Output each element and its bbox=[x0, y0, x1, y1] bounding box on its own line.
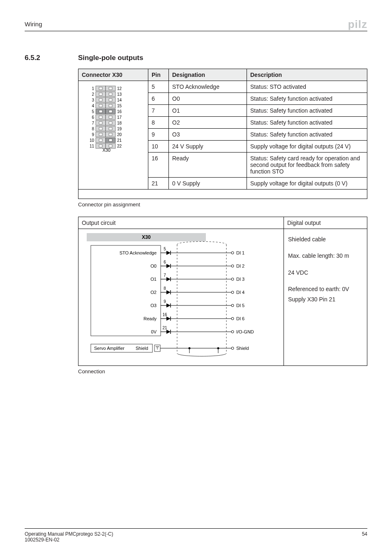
svg-point-109 bbox=[231, 317, 234, 320]
th-designation: Designation bbox=[169, 69, 247, 81]
designation-cell: O0 bbox=[169, 93, 247, 105]
pin-cell: 10 bbox=[148, 141, 169, 153]
svg-rect-34 bbox=[109, 116, 112, 118]
svg-text:13: 13 bbox=[117, 92, 122, 97]
svg-text:I/O-GND: I/O-GND bbox=[236, 329, 254, 334]
designation-cell: Ready bbox=[169, 153, 247, 178]
svg-text:O0: O0 bbox=[150, 264, 157, 268]
pin-cell: 8 bbox=[148, 117, 169, 129]
svg-text:7: 7 bbox=[164, 273, 166, 278]
svg-rect-2 bbox=[99, 87, 102, 90]
description-cell: Status: Safety function activated bbox=[247, 93, 367, 105]
do-supply-pin: Supply X30 Pin 21 bbox=[288, 295, 363, 304]
do-ref-earth: Referenced to earth: 0V bbox=[288, 284, 363, 294]
pin-assignment-table: Connector X30 Pin Designation Descriptio… bbox=[78, 69, 367, 199]
svg-rect-32 bbox=[99, 116, 102, 118]
svg-point-130 bbox=[231, 347, 234, 349]
svg-rect-8 bbox=[99, 93, 102, 95]
svg-text:22: 22 bbox=[117, 144, 122, 148]
svg-text:5: 5 bbox=[92, 109, 94, 114]
description-cell: Status: Safety function activated bbox=[247, 129, 367, 141]
svg-text:DI 3: DI 3 bbox=[236, 277, 244, 282]
svg-point-116 bbox=[231, 331, 234, 333]
svg-text:DI 6: DI 6 bbox=[236, 316, 244, 321]
designation-cell: STO Acknowledge bbox=[169, 81, 247, 93]
svg-text:15: 15 bbox=[117, 104, 122, 108]
svg-text:12: 12 bbox=[117, 86, 122, 91]
connector-label: X30 bbox=[102, 148, 111, 153]
connector-x30-icon: 11221331441551661771881992010211122 X30 bbox=[82, 83, 131, 153]
designation-cell: O2 bbox=[169, 117, 247, 129]
oc-header-right: Digital output bbox=[284, 217, 367, 229]
footer-page: 54 bbox=[362, 531, 367, 543]
th-description: Description bbox=[247, 69, 367, 81]
svg-text:O2: O2 bbox=[150, 290, 157, 295]
svg-text:21: 21 bbox=[117, 138, 122, 143]
svg-text:16: 16 bbox=[117, 109, 122, 114]
svg-text:Shield: Shield bbox=[236, 346, 249, 351]
svg-text:6: 6 bbox=[164, 260, 166, 264]
do-shielded: Shielded cable bbox=[288, 235, 363, 244]
svg-point-74 bbox=[231, 252, 234, 254]
output-circuit-table: Output circuit Digital output X30 STO Ac… bbox=[78, 217, 367, 366]
svg-text:5: 5 bbox=[164, 247, 166, 251]
svg-rect-58 bbox=[109, 139, 112, 141]
designation-cell: 24 V Supply bbox=[169, 141, 247, 153]
table-caption: Connector pin assignment bbox=[78, 201, 367, 208]
do-voltage: 24 VDC bbox=[288, 268, 363, 277]
description-cell: Status: STO activated bbox=[247, 81, 367, 93]
svg-rect-22 bbox=[109, 104, 112, 107]
footer-title: Operating Manual PMCprotego S2-2(-C) bbox=[25, 531, 113, 537]
pin-cell: 6 bbox=[148, 93, 169, 105]
do-cable-length: Max. cable length: 30 m bbox=[288, 251, 363, 260]
th-pin: Pin bbox=[148, 69, 169, 81]
svg-rect-64 bbox=[109, 145, 112, 147]
svg-rect-4 bbox=[109, 87, 112, 90]
svg-text:9: 9 bbox=[92, 132, 94, 137]
svg-text:8: 8 bbox=[164, 286, 166, 291]
svg-text:O3: O3 bbox=[150, 303, 157, 308]
svg-text:11: 11 bbox=[90, 144, 95, 148]
svg-rect-46 bbox=[109, 127, 112, 130]
svg-text:20: 20 bbox=[117, 132, 122, 137]
circuit-caption: Connection bbox=[78, 368, 367, 375]
svg-point-88 bbox=[231, 278, 234, 280]
svg-point-95 bbox=[231, 291, 234, 294]
svg-rect-28 bbox=[109, 110, 112, 113]
oc-header-left: Output circuit bbox=[78, 217, 284, 229]
svg-text:8: 8 bbox=[92, 127, 94, 131]
svg-rect-62 bbox=[99, 145, 102, 147]
page-footer: Operating Manual PMCprotego S2-2(-C) 100… bbox=[25, 528, 367, 543]
svg-point-81 bbox=[231, 265, 234, 267]
footer-docid: 1002529-EN-02 bbox=[25, 537, 60, 543]
breadcrumb: Wiring bbox=[25, 21, 42, 28]
svg-text:DI 1: DI 1 bbox=[236, 250, 244, 255]
svg-text:3: 3 bbox=[92, 98, 94, 102]
svg-text:9: 9 bbox=[164, 299, 166, 304]
svg-rect-14 bbox=[99, 99, 102, 101]
pin-cell: 16 bbox=[148, 153, 169, 178]
description-cell: Status: Safety card ready for operation … bbox=[247, 153, 367, 178]
svg-rect-40 bbox=[109, 122, 112, 124]
svg-text:14: 14 bbox=[117, 98, 122, 102]
svg-text:0V: 0V bbox=[151, 329, 157, 334]
description-cell: Status: Safety function activated bbox=[247, 105, 367, 117]
designation-cell: O3 bbox=[169, 129, 247, 141]
svg-text:10: 10 bbox=[90, 138, 95, 143]
svg-text:DI 5: DI 5 bbox=[236, 303, 244, 308]
svg-rect-44 bbox=[99, 127, 102, 130]
svg-text:4: 4 bbox=[92, 104, 94, 108]
th-connector: Connector X30 bbox=[78, 69, 148, 81]
svg-rect-16 bbox=[109, 99, 112, 101]
svg-text:2: 2 bbox=[92, 92, 94, 97]
section-title: Single-pole outputs bbox=[78, 54, 143, 62]
svg-text:18: 18 bbox=[117, 121, 122, 125]
designation-cell: 0 V Supply bbox=[169, 178, 247, 190]
svg-text:Servo Amplifier: Servo Amplifier bbox=[94, 346, 125, 351]
svg-text:X30: X30 bbox=[142, 234, 151, 240]
svg-rect-56 bbox=[99, 139, 102, 141]
svg-text:O1: O1 bbox=[150, 277, 157, 282]
svg-text:Ready: Ready bbox=[143, 316, 157, 321]
svg-rect-52 bbox=[109, 133, 112, 136]
svg-text:6: 6 bbox=[92, 115, 94, 120]
